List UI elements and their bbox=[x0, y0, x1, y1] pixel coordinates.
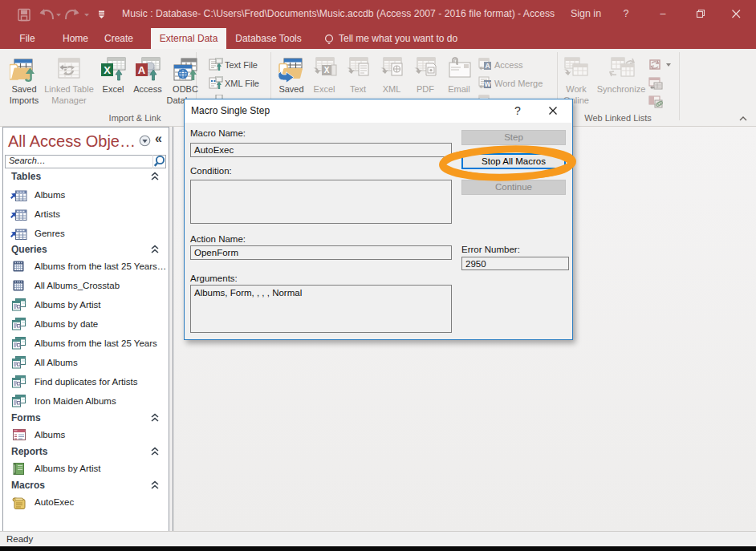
svg-text:X: X bbox=[324, 66, 330, 75]
svg-text:W: W bbox=[484, 80, 491, 88]
svg-text:A: A bbox=[485, 62, 490, 70]
